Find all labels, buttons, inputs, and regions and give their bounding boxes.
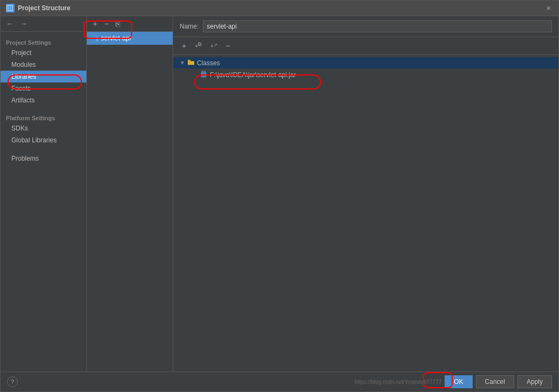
- tree-node-jar[interactable]: F:\java\IDEA\jar\servlet-api.jar: [186, 68, 558, 81]
- ok-button[interactable]: OK: [445, 375, 472, 388]
- apply-button[interactable]: Apply: [517, 375, 552, 388]
- sidebar-item-modules[interactable]: Modules: [1, 59, 86, 71]
- classes-label: Classes: [197, 59, 220, 67]
- add-source-button[interactable]: + ↗: [207, 40, 221, 51]
- tree-expand-icon: ▼: [180, 60, 185, 66]
- tree-child-area: F:\java\IDEA\jar\servlet-api.jar: [173, 68, 558, 81]
- svg-text:↗: ↗: [214, 43, 217, 47]
- dialog-title: Project Structure: [18, 4, 70, 12]
- back-button[interactable]: ←: [4, 19, 16, 29]
- platform-settings-header: Platform Settings: [1, 111, 86, 122]
- add-library-button[interactable]: +: [90, 19, 100, 29]
- lib-toolbar: + − ⎘: [87, 16, 173, 32]
- svg-rect-0: [7, 5, 12, 11]
- svg-rect-15: [202, 71, 206, 73]
- jar-path-label: F:\java\IDEA\jar\servlet-api.jar: [210, 71, 296, 79]
- library-item-label: servlet-api: [101, 35, 131, 42]
- name-row: Name:: [173, 16, 558, 37]
- cancel-button[interactable]: Cancel: [476, 375, 514, 388]
- svg-text:+: +: [195, 43, 198, 49]
- library-item-servlet-api[interactable]: servlet-api: [87, 32, 173, 45]
- help-button[interactable]: ?: [7, 376, 18, 387]
- tree-area: ▼ Classes: [173, 55, 558, 372]
- name-input[interactable]: [203, 20, 552, 32]
- classes-folder-icon: [187, 59, 195, 67]
- sidebar-item-sdks[interactable]: SDKs: [1, 122, 86, 134]
- sidebar-item-project[interactable]: Project: [1, 47, 86, 59]
- name-label: Name:: [180, 23, 199, 30]
- add-classes-button[interactable]: +: [179, 40, 189, 52]
- jar-icon: [200, 70, 208, 79]
- library-icon: [91, 35, 99, 42]
- sidebar-item-global-libraries[interactable]: Global Libraries: [1, 134, 86, 146]
- sidebar-item-problems[interactable]: Problems: [1, 153, 86, 164]
- detail-toolbar: + + + + ↗: [173, 37, 558, 55]
- sidebar-item-facets[interactable]: Facets: [1, 82, 86, 94]
- forward-button[interactable]: →: [18, 19, 30, 29]
- svg-text:+: +: [199, 43, 201, 46]
- copy-library-button[interactable]: ⎘: [113, 19, 122, 29]
- project-settings-header: Project Settings: [1, 35, 86, 47]
- app-icon: [6, 4, 15, 12]
- sidebar-item-artifacts[interactable]: Artifacts: [1, 94, 86, 106]
- bottom-bar: ? https://blog.csdn.net/Yolandalt77777 O…: [1, 372, 558, 391]
- add-root-button[interactable]: + +: [191, 40, 205, 51]
- watermark-text: https://blog.csdn.net/Yolandalt77777: [355, 379, 441, 385]
- title-bar: Project Structure ×: [1, 1, 558, 16]
- close-button[interactable]: ×: [544, 4, 553, 12]
- sidebar-item-libraries[interactable]: Libraries: [1, 71, 86, 82]
- tree-node-classes[interactable]: ▼ Classes: [173, 57, 558, 68]
- remove-library-button[interactable]: −: [101, 19, 111, 29]
- remove-root-button[interactable]: −: [222, 40, 233, 52]
